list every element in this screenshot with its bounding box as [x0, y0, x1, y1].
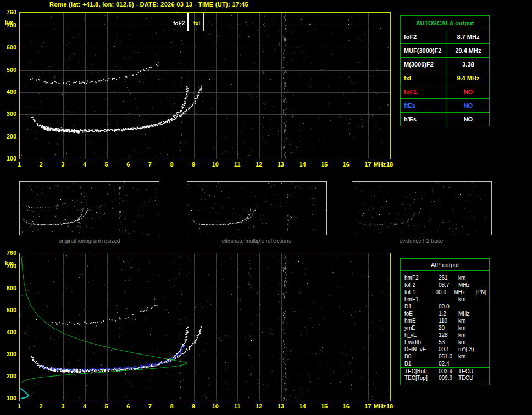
main-x-tick-label: 2: [35, 161, 47, 168]
aip-unit: MHz: [453, 289, 475, 296]
thumbnail-original-ionogram: [19, 181, 159, 235]
aip-param: B0: [404, 353, 439, 360]
aip-note: [PN]: [476, 289, 489, 296]
aip-param: B1: [404, 360, 439, 367]
bottom-y-tick-label: 400: [2, 329, 16, 335]
aip-row: h_vE128km: [401, 331, 489, 339]
bottom-x-tick-label: 6: [122, 403, 134, 410]
autoscala-row: MUF(3000)F229.4 MHz: [401, 44, 490, 58]
autoscala-param: foF2: [401, 30, 447, 44]
aip-row: foF208.7MHz: [401, 281, 489, 289]
aip-row: hmF1---km: [401, 296, 489, 303]
aip-row: foE1.2MHz: [401, 310, 489, 317]
bottom-x-tick-label: 7: [144, 403, 156, 410]
aip-note: [483, 303, 489, 310]
aip-value: 08.7: [439, 281, 458, 289]
autoscala-output-table: AUTOSCALA output foF28.7 MHzMUF(3000)F22…: [400, 15, 490, 126]
thumbnail-evidence-f2-trace: [352, 181, 492, 235]
main-x-tick-label: 5: [101, 161, 113, 168]
main-ionogram-plot: [19, 12, 391, 159]
main-x-tick-label: 16: [340, 161, 352, 168]
bottom-y-tick-label: 760: [2, 250, 16, 256]
aip-note: [483, 281, 489, 289]
autoscala-param: M(3000)F2: [401, 58, 447, 71]
autoscala-row: foF28.7 MHz: [401, 30, 490, 44]
aip-note: [483, 368, 489, 374]
main-x-tick-label: 10: [209, 161, 221, 168]
autoscala-value: NO: [447, 85, 489, 99]
aip-note: [483, 317, 489, 324]
thumbnail-caption-evidence: evidence F2 trace: [351, 238, 491, 244]
aip-note: [483, 339, 489, 346]
aip-note: [483, 310, 489, 317]
main-x-tick-label: 15: [318, 161, 330, 168]
aip-note: [483, 360, 489, 367]
aip-value: 003.9: [439, 368, 458, 374]
autoscala-value: NO: [447, 99, 489, 113]
main-x-tick-label: 9: [187, 161, 199, 168]
aip-note: [483, 296, 489, 303]
aip-param: D1: [404, 303, 439, 310]
aip-row: hmE110km: [401, 317, 489, 324]
bottom-x-tick-label: 9: [187, 403, 199, 410]
main-y-tick-label: 300: [2, 110, 16, 117]
aip-param: foF1: [404, 289, 436, 296]
autoscala-param: fxI: [401, 71, 447, 85]
bottom-x-tick-label: 2: [35, 403, 47, 410]
autoscala-row: M(3000)F23.38: [401, 58, 490, 71]
bottom-x-tick-label: 12: [253, 403, 265, 410]
aip-value: ---: [439, 296, 458, 303]
aip-value: 009.9: [439, 374, 458, 381]
aip-unit: km: [458, 353, 483, 360]
autoscala-param: MUF(3000)F2: [401, 44, 447, 58]
aip-note: [483, 324, 489, 331]
autoscala-value: NO: [447, 113, 489, 126]
aip-table-body: hmF2261kmfoF208.7MHzfoF100.0MHz[PN]hmF1-…: [401, 271, 489, 381]
bottom-x-tick-label: 4: [79, 403, 91, 410]
station-header: Rome (lat: +41.8, lon: 012.5) - DATE: 20…: [49, 1, 248, 8]
autoscala-value: 8.7 MHz: [447, 30, 489, 44]
main-x-tick-label: 1: [13, 161, 25, 168]
aip-note: [483, 353, 489, 360]
autoscala-value: 9.4 MHz: [447, 71, 489, 85]
main-x-tick-label: 12: [253, 161, 265, 168]
aip-row: Ewidth53km: [401, 339, 489, 346]
autoscala-screen: Rome (lat: +41.8, lon: 012.5) - DATE: 20…: [0, 0, 532, 415]
autoscala-table-title: AUTOSCALA output: [401, 16, 490, 30]
aip-note: [483, 346, 489, 353]
aip-row: ymE20km: [401, 324, 489, 331]
main-y-tick-label: 200: [2, 133, 16, 140]
aip-note: [483, 274, 489, 281]
aip-value: 00.0: [436, 289, 454, 296]
autoscala-param: ftEs: [401, 99, 447, 113]
aip-note: [483, 331, 489, 339]
bottom-x-tick-label: 1: [13, 403, 25, 410]
aip-value: 53: [439, 339, 458, 346]
aip-unit: km: [458, 324, 483, 331]
aip-value: 110: [439, 317, 458, 324]
main-x-unit-label: MHz: [372, 161, 388, 168]
fof2-marker-label: foF2: [168, 20, 185, 26]
aip-unit: km: [458, 296, 483, 303]
main-x-tick-label: 7: [144, 161, 156, 168]
bottom-x-tick-label: 5: [101, 403, 113, 410]
aip-row: D100.0: [401, 303, 489, 310]
aip-param: hmE: [404, 317, 439, 324]
main-y-unit-label: km: [2, 19, 16, 26]
aip-value: 02.4: [439, 360, 458, 367]
aip-param: DelN_vE: [404, 346, 439, 353]
autoscala-row: fxI9.4 MHz: [401, 71, 490, 85]
thumbnail-caption-original: original ionogram resized: [19, 238, 159, 244]
aip-param: hmF2: [404, 274, 439, 281]
bottom-x-tick-label: 14: [296, 403, 308, 410]
aip-value: 00.0: [439, 303, 458, 310]
aip-unit: TECU: [458, 368, 483, 374]
aip-value: 00.1: [439, 346, 458, 353]
main-y-tick-label: 600: [2, 44, 16, 51]
aip-row: DelN_vE00.1m^(-3): [401, 346, 489, 353]
aip-row: TEC[Bot]003.9TECU: [401, 367, 489, 374]
bottom-x-tick-label: 10: [209, 403, 221, 410]
bottom-x-tick-label: 11: [231, 403, 243, 410]
fxi-marker-label: fxI: [184, 20, 200, 26]
aip-row: B102.4: [401, 360, 489, 367]
